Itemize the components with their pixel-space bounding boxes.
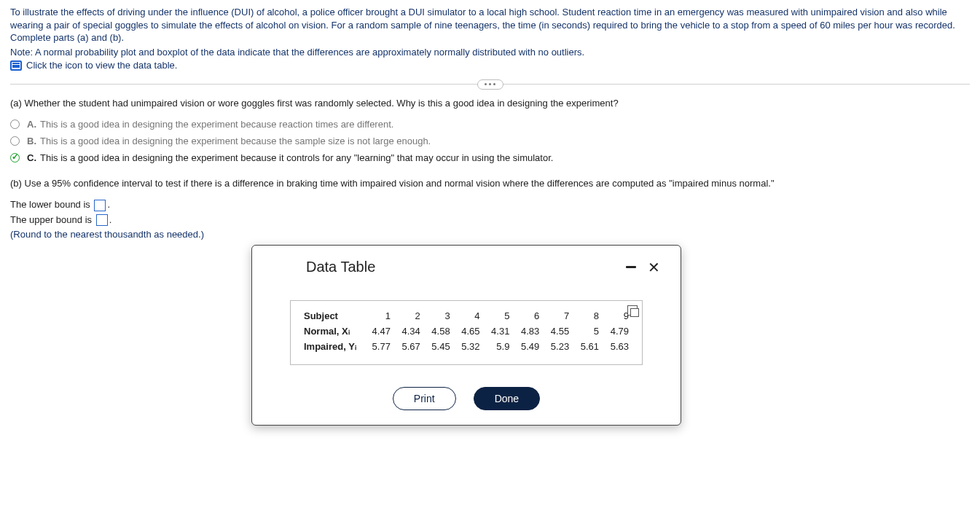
problem-note: Note: A normal probability plot and boxp… [10,46,970,59]
radio-checked-icon [10,153,20,162]
option-c-text: This is a good idea in designing the exp… [40,152,553,163]
option-a-text: This is a good idea in designing the exp… [40,119,393,130]
part-a-options: A.This is a good idea in designing the e… [10,119,970,163]
view-data-table-link[interactable]: Click the icon to view the data table. [10,60,970,71]
radio-icon [10,120,20,129]
option-b-text: This is a good idea in designing the exp… [40,136,431,146]
lower-bound-line: The lower bound is . [10,199,970,211]
rounding-hint: (Round to the nearest thousandth as need… [10,229,970,240]
part-b-prompt: (b) Use a 95% confidence interval to tes… [10,178,970,189]
option-a[interactable]: A.This is a good idea in designing the e… [10,119,970,130]
expand-pill[interactable] [477,79,503,90]
table-icon [10,60,22,71]
lower-bound-input[interactable] [94,200,106,211]
upper-bound-line: The upper bound is . [10,214,970,227]
problem-statement: To illustrate the effects of driving und… [10,6,970,44]
section-divider [10,84,970,85]
view-data-link-text: Click the icon to view the data table. [26,60,177,71]
part-a-prompt: (a) Whether the student had unimpaired v… [10,98,970,109]
option-b[interactable]: B.This is a good idea in designing the e… [10,136,970,146]
radio-icon [10,136,20,146]
option-c[interactable]: C.This is a good idea in designing the e… [10,152,970,163]
data-table-modal: Data Table ✕ Subject 123 456 789 Normal,… [251,245,681,246]
upper-bound-input[interactable] [96,214,108,226]
